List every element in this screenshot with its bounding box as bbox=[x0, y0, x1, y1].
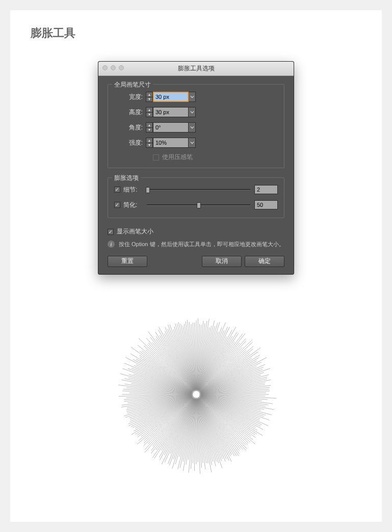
slider-thumb[interactable] bbox=[197, 202, 201, 208]
pressure-pen-checkbox bbox=[153, 154, 159, 161]
info-text: 按住 Option 键，然后使用该工具单击，即可相应地更改画笔大小。 bbox=[119, 240, 284, 249]
width-input[interactable] bbox=[153, 92, 189, 102]
width-label: 宽度: bbox=[114, 93, 143, 101]
detail-slider[interactable] bbox=[147, 185, 250, 194]
chevron-down-icon bbox=[190, 141, 194, 145]
ok-button[interactable]: 确定 bbox=[245, 256, 284, 267]
window-zoom-icon[interactable] bbox=[119, 65, 124, 70]
chevron-down-icon bbox=[190, 110, 194, 114]
window-close-icon[interactable] bbox=[102, 65, 108, 70]
window-minimize-icon[interactable] bbox=[111, 65, 116, 70]
reset-button[interactable]: 重置 bbox=[108, 256, 147, 267]
angle-stepper[interactable]: ▲▼ bbox=[146, 122, 153, 132]
cancel-button[interactable]: 取消 bbox=[202, 256, 242, 267]
info-icon: i bbox=[108, 241, 115, 248]
pressure-pen-row: 使用压感笔 bbox=[153, 153, 278, 162]
stepper-down-icon[interactable]: ▼ bbox=[146, 128, 152, 132]
dialog-body: 全局画笔尺寸 宽度: ▲▼ 高度: ▲▼ 角度: ▲▼ bbox=[98, 76, 294, 274]
width-stepper[interactable]: ▲▼ bbox=[146, 92, 153, 102]
starburst-graphic bbox=[112, 310, 280, 478]
global-brush-fieldset: 全局画笔尺寸 宽度: ▲▼ 高度: ▲▼ 角度: ▲▼ bbox=[108, 84, 284, 168]
intensity-stepper[interactable]: ▲▼ bbox=[146, 138, 153, 148]
bloat-effect-preview bbox=[31, 310, 361, 478]
bloat-tool-options-dialog: 膨胀工具选项 全局画笔尺寸 宽度: ▲▼ 高度: ▲▼ bbox=[98, 61, 294, 275]
show-brush-size-row: ✓ 显示画笔大小 bbox=[108, 227, 284, 236]
stepper-up-icon[interactable]: ▲ bbox=[146, 108, 152, 113]
button-row: 重置 取消 确定 bbox=[108, 256, 284, 267]
height-row: 高度: ▲▼ bbox=[114, 107, 278, 117]
stepper-up-icon[interactable]: ▲ bbox=[146, 92, 152, 97]
pressure-pen-label: 使用压感笔 bbox=[162, 153, 193, 162]
simplify-row: ✓ 简化: 50 bbox=[114, 200, 278, 209]
global-brush-legend: 全局画笔尺寸 bbox=[112, 81, 153, 89]
angle-label: 角度: bbox=[114, 123, 143, 132]
stepper-up-icon[interactable]: ▲ bbox=[146, 123, 152, 128]
slider-thumb[interactable] bbox=[146, 187, 150, 193]
stepper-down-icon[interactable]: ▼ bbox=[146, 113, 152, 117]
detail-label: 细节: bbox=[123, 185, 137, 194]
dialog-title: 膨胀工具选项 bbox=[178, 64, 215, 73]
width-row: 宽度: ▲▼ bbox=[114, 92, 278, 102]
svg-point-260 bbox=[193, 391, 199, 397]
svg-line-161 bbox=[144, 345, 192, 391]
simplify-label: 简化: bbox=[123, 201, 137, 209]
slider-track bbox=[147, 189, 250, 191]
intensity-row: 强度: ▲▼ bbox=[114, 138, 278, 148]
intensity-input[interactable] bbox=[153, 138, 189, 148]
simplify-label-group: ✓ 简化: bbox=[114, 201, 143, 209]
window-controls bbox=[102, 65, 124, 70]
page-title: 膨胀工具 bbox=[31, 25, 361, 41]
simplify-slider[interactable] bbox=[147, 201, 250, 209]
bloat-options-legend: 膨胀选项 bbox=[112, 174, 141, 182]
detail-value[interactable]: 2 bbox=[254, 185, 278, 194]
show-brush-size-checkbox[interactable]: ✓ bbox=[108, 229, 114, 235]
show-brush-size-label: 显示画笔大小 bbox=[117, 227, 153, 236]
page: 膨胀工具 膨胀工具选项 全局画笔尺寸 宽度: ▲▼ 高度: bbox=[10, 10, 382, 522]
info-row: i 按住 Option 键，然后使用该工具单击，即可相应地更改画笔大小。 bbox=[108, 240, 284, 249]
detail-row: ✓ 细节: 2 bbox=[114, 185, 278, 194]
height-dropdown[interactable] bbox=[189, 107, 196, 117]
stepper-down-icon[interactable]: ▼ bbox=[146, 143, 152, 148]
detail-label-group: ✓ 细节: bbox=[114, 185, 143, 194]
height-stepper[interactable]: ▲▼ bbox=[146, 107, 153, 117]
svg-line-83 bbox=[165, 398, 194, 462]
chevron-down-icon bbox=[190, 125, 194, 129]
stepper-down-icon[interactable]: ▼ bbox=[146, 97, 152, 102]
simplify-value[interactable]: 50 bbox=[254, 200, 278, 209]
intensity-label: 强度: bbox=[114, 139, 143, 147]
intensity-dropdown[interactable] bbox=[189, 138, 196, 148]
svg-line-82 bbox=[170, 397, 195, 454]
angle-row: 角度: ▲▼ bbox=[114, 122, 278, 132]
svg-line-169 bbox=[155, 338, 193, 390]
detail-checkbox[interactable]: ✓ bbox=[114, 187, 120, 193]
angle-dropdown[interactable] bbox=[189, 122, 196, 132]
height-label: 高度: bbox=[114, 108, 143, 117]
chevron-down-icon bbox=[190, 95, 194, 99]
width-dropdown[interactable] bbox=[189, 92, 196, 102]
svg-line-221 bbox=[199, 341, 234, 390]
angle-input[interactable] bbox=[153, 122, 189, 132]
bloat-options-fieldset: 膨胀选项 ✓ 细节: 2 ✓ 简化: bbox=[108, 177, 284, 218]
height-input[interactable] bbox=[153, 107, 189, 117]
dialog-titlebar: 膨胀工具选项 bbox=[98, 62, 294, 76]
simplify-checkbox[interactable]: ✓ bbox=[114, 202, 120, 208]
button-group-right: 取消 确定 bbox=[202, 256, 284, 267]
stepper-up-icon[interactable]: ▲ bbox=[146, 138, 152, 143]
svg-line-53 bbox=[197, 397, 216, 462]
